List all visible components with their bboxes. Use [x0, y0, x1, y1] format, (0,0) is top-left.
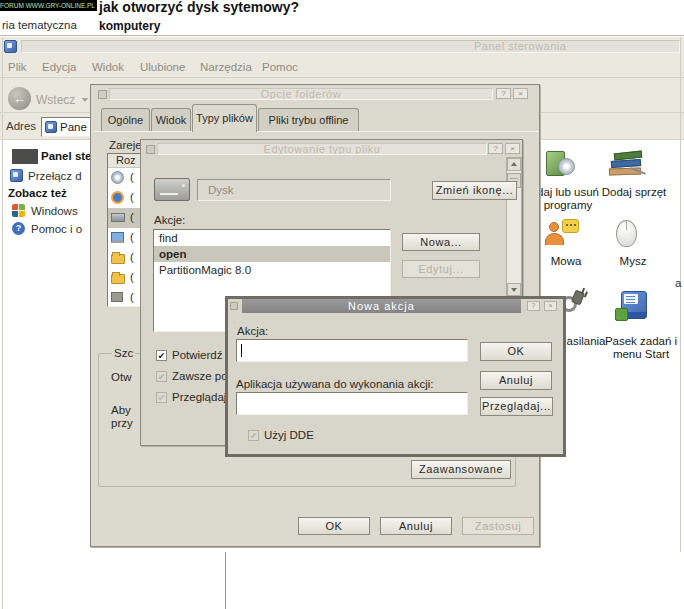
partial-icon [111, 292, 123, 302]
new-action-title[interactable]: Nowa akcja [242, 299, 521, 313]
file-types-scrollbar[interactable] [506, 157, 522, 297]
menu-plik[interactable]: Plik [8, 61, 27, 73]
edit-file-type-close-button[interactable]: × [505, 143, 520, 154]
thread-title: jak otworzyć dysk sytemowy? [99, 0, 299, 15]
cd-player-icon [111, 191, 124, 204]
action-name-input[interactable] [236, 339, 468, 362]
folder-options-titlebar-icon [98, 90, 107, 99]
edit-file-type-titlebar-icon [146, 145, 155, 154]
folder-icon [111, 254, 125, 264]
new-action-close-button[interactable]: × [544, 301, 557, 311]
list-item-text: ( [130, 291, 134, 303]
use-dde-checkbox[interactable]: ✔ [248, 430, 259, 441]
confirm-open-checkbox[interactable]: ✔ [156, 350, 167, 361]
list-item[interactable]: ( [108, 268, 143, 288]
menu-pomoc[interactable]: Pomoc [262, 61, 298, 73]
browse-button[interactable]: Przeglądaj... [480, 397, 553, 416]
new-action-ok-button[interactable]: OK [480, 342, 552, 361]
new-action-cancel-button[interactable]: Anuluj [480, 371, 552, 390]
always-show-ext-label[interactable]: Zawsze po [172, 370, 228, 382]
back-button[interactable]: ← [8, 87, 31, 110]
sidebar-header-icon [12, 149, 38, 164]
new-action-dialog: Nowa akcja ? × Akcja: OK Anuluj Aplikacj… [225, 296, 566, 457]
scroll-up-button[interactable] [507, 158, 521, 171]
list-header-extensions[interactable]: Roz [108, 154, 143, 168]
new-action-help-button[interactable]: ? [527, 301, 540, 311]
list-item[interactable]: ( [108, 168, 143, 188]
list-item-selected[interactable]: ( [108, 208, 143, 228]
mouse-icon[interactable] [616, 218, 638, 248]
folder-options-help-button[interactable]: ? [496, 88, 511, 99]
list-item-text: ( [130, 231, 134, 243]
add-remove-programs-icon[interactable] [546, 149, 582, 183]
tab-pliki-offline[interactable]: Pliki trybu offline [258, 108, 359, 132]
cancel-button[interactable]: Anuluj [380, 517, 452, 535]
details-groupbox-label: Szc [112, 347, 135, 359]
browse-same-window-label[interactable]: Przeglądaj [172, 391, 226, 403]
speech-label[interactable]: Mowa [546, 255, 586, 268]
use-dde-label[interactable]: Użyj DDE [264, 429, 314, 441]
tab-panel-top-edge [93, 131, 539, 132]
add-remove-programs-label[interactable]: daj lub usuń programy [531, 186, 605, 212]
action-item-partitionmagic[interactable]: PartitionMagic 8.0 [154, 262, 390, 278]
help-icon: ? [12, 222, 25, 235]
scroll-down-button[interactable] [507, 283, 521, 296]
application-input[interactable] [236, 392, 468, 415]
watermark-bar: FORUM WWW.GRY-ONLINE.PL [0, 0, 97, 11]
new-action-button[interactable]: Nowa... [402, 233, 480, 251]
switch-view-icon [10, 169, 23, 182]
monitor-icon [111, 232, 124, 243]
tab-ogolne[interactable]: Ogólne [101, 108, 150, 132]
menu-narzedzia[interactable]: Narzędzia [200, 61, 252, 73]
tab-typy-plikow[interactable]: Typy plików [192, 104, 257, 132]
description-fragment-1: Aby [111, 404, 131, 416]
apply-button[interactable]: Zastosuj [462, 517, 534, 535]
windows-update-icon [12, 204, 25, 217]
speech-icon[interactable] [544, 217, 584, 249]
disk-drive-small-icon [111, 213, 125, 222]
sidebar-item-switch-view[interactable]: Przełącz d [28, 170, 82, 182]
forum-divider [0, 35, 684, 36]
description-fragment-2: przy [111, 417, 133, 429]
action-name-label: Akcja: [237, 325, 268, 337]
file-types-list[interactable]: Roz ( ( ( ( ( ( [107, 153, 143, 307]
advanced-button[interactable]: Zaawansowane [411, 460, 511, 479]
add-hardware-icon[interactable] [608, 150, 648, 180]
tab-widok[interactable]: Widok [151, 108, 191, 132]
list-item[interactable]: ( [108, 228, 143, 248]
action-item-find[interactable]: find [154, 230, 390, 246]
always-show-ext-checkbox[interactable]: ✔ [156, 371, 167, 382]
back-dropdown-icon[interactable] [82, 98, 88, 102]
mouse-label[interactable]: Mysz [615, 255, 651, 268]
folder-options-close-button[interactable]: × [513, 88, 528, 99]
window-title: Panel sterowania [21, 40, 680, 53]
list-item-text: ( [130, 171, 134, 183]
taskbar-startmenu-label[interactable]: Pasek zadań i menu Start [598, 335, 684, 361]
folder-options-title: Opcje folderów [109, 88, 493, 100]
browse-same-window-checkbox[interactable]: ✔ [156, 392, 167, 403]
category-value[interactable]: komputery [99, 19, 160, 33]
list-item[interactable]: ( [108, 248, 143, 268]
change-icon-button[interactable]: Zmień ikonę... [432, 181, 517, 200]
screenshot-root: FORUM WWW.GRY-ONLINE.PL jak otworzyć dys… [0, 0, 684, 609]
sidebar-item-windows-update[interactable]: Windows [31, 205, 78, 217]
back-button-label[interactable]: Wstecz [36, 93, 75, 107]
menu-widok[interactable]: Widok [92, 61, 124, 73]
menu-ulubione[interactable]: Ulubione [140, 61, 185, 73]
action-item-open-selected[interactable]: open [154, 246, 390, 262]
sidebar-item-help[interactable]: Pomoc i o [31, 223, 82, 235]
edit-action-button[interactable]: Edytuj... [402, 260, 480, 278]
list-item[interactable]: ( [108, 288, 143, 307]
confirm-open-label[interactable]: Potwierdź [172, 349, 223, 361]
edit-file-type-title: Edytowanie typu pliku [157, 143, 487, 155]
menu-divider [0, 77, 684, 78]
address-input[interactable]: Pane [41, 117, 93, 137]
ok-button[interactable]: OK [298, 517, 370, 535]
list-item-text: ( [130, 251, 134, 263]
sidebar-header: Panel ste [41, 150, 92, 162]
edit-file-type-help-button[interactable]: ? [488, 143, 503, 154]
menu-edycja[interactable]: Edycja [42, 61, 77, 73]
list-item[interactable]: ( [108, 188, 143, 208]
taskbar-startmenu-icon[interactable] [615, 290, 651, 326]
add-hardware-label[interactable]: Dodaj sprzęt [601, 186, 667, 199]
